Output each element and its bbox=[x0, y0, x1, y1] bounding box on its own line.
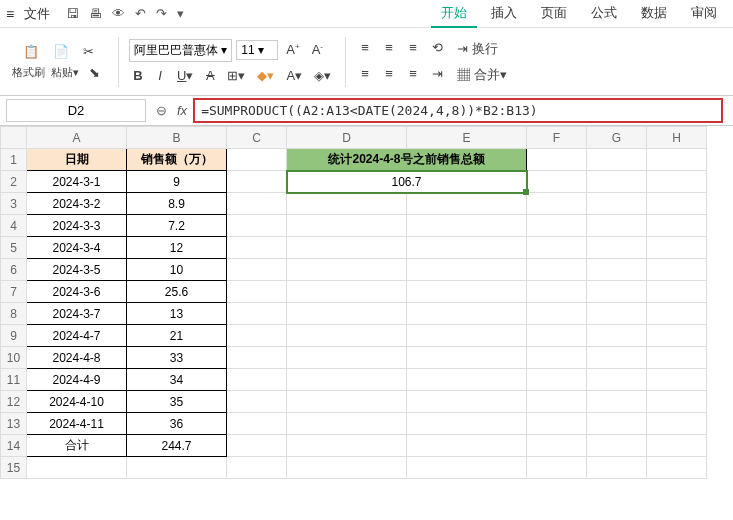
cell[interactable] bbox=[587, 303, 647, 325]
underline-icon[interactable]: U▾ bbox=[173, 66, 197, 85]
cell[interactable] bbox=[227, 413, 287, 435]
cell[interactable] bbox=[527, 391, 587, 413]
cell[interactable]: 21 bbox=[127, 325, 227, 347]
cell[interactable] bbox=[647, 193, 707, 215]
cell[interactable] bbox=[647, 457, 707, 479]
cell[interactable] bbox=[227, 347, 287, 369]
clipboard-launcher-icon[interactable]: ⬊ bbox=[85, 63, 104, 82]
align-middle-icon[interactable]: ≡ bbox=[380, 38, 398, 60]
cell[interactable] bbox=[647, 281, 707, 303]
cell[interactable] bbox=[407, 347, 527, 369]
cell[interactable] bbox=[527, 457, 587, 479]
cell[interactable] bbox=[647, 259, 707, 281]
qat-dropdown-icon[interactable]: ▾ bbox=[177, 6, 184, 21]
cell[interactable] bbox=[287, 347, 407, 369]
increase-font-icon[interactable]: A+ bbox=[282, 40, 303, 59]
cell[interactable]: 日期 bbox=[27, 149, 127, 171]
cell[interactable] bbox=[587, 457, 647, 479]
name-box[interactable] bbox=[6, 99, 146, 122]
cell[interactable] bbox=[527, 215, 587, 237]
tab-formula[interactable]: 公式 bbox=[581, 0, 627, 28]
cell[interactable] bbox=[287, 391, 407, 413]
row-header[interactable]: 9 bbox=[1, 325, 27, 347]
cell[interactable] bbox=[587, 259, 647, 281]
merge-button[interactable]: ▦ 合并▾ bbox=[453, 64, 511, 86]
tab-insert[interactable]: 插入 bbox=[481, 0, 527, 28]
cell[interactable] bbox=[287, 281, 407, 303]
cell[interactable] bbox=[587, 325, 647, 347]
row-header[interactable]: 4 bbox=[1, 215, 27, 237]
cell[interactable] bbox=[527, 369, 587, 391]
row-header[interactable]: 11 bbox=[1, 369, 27, 391]
cell[interactable] bbox=[227, 215, 287, 237]
cell[interactable]: 34 bbox=[127, 369, 227, 391]
row-header[interactable]: 1 bbox=[1, 149, 27, 171]
row-header[interactable]: 7 bbox=[1, 281, 27, 303]
cell[interactable] bbox=[527, 325, 587, 347]
cell[interactable]: 35 bbox=[127, 391, 227, 413]
cell[interactable] bbox=[527, 347, 587, 369]
cell[interactable] bbox=[527, 435, 587, 457]
cell[interactable] bbox=[227, 171, 287, 193]
font-name-select[interactable]: 阿里巴巴普惠体 ▾ bbox=[129, 39, 232, 62]
cell[interactable]: 10 bbox=[127, 259, 227, 281]
cell[interactable] bbox=[407, 369, 527, 391]
cell[interactable]: 9 bbox=[127, 171, 227, 193]
col-header[interactable]: C bbox=[227, 127, 287, 149]
cell[interactable]: 25.6 bbox=[127, 281, 227, 303]
cell[interactable]: 2024-3-1 bbox=[27, 171, 127, 193]
grid[interactable]: A B C D E F G H 1 日期 销售额（万） 统计2024-4-8号之… bbox=[0, 126, 707, 479]
save-icon[interactable]: 🖫 bbox=[66, 6, 79, 21]
cell[interactable]: 2024-3-6 bbox=[27, 281, 127, 303]
cell[interactable] bbox=[407, 391, 527, 413]
cell[interactable] bbox=[287, 413, 407, 435]
cell[interactable] bbox=[587, 215, 647, 237]
cell[interactable] bbox=[587, 391, 647, 413]
cell[interactable] bbox=[227, 193, 287, 215]
cell[interactable] bbox=[287, 215, 407, 237]
strike-icon[interactable]: A bbox=[201, 66, 219, 85]
cell[interactable] bbox=[227, 303, 287, 325]
decrease-font-icon[interactable]: A- bbox=[308, 40, 327, 59]
cell[interactable] bbox=[127, 457, 227, 479]
cell[interactable] bbox=[647, 325, 707, 347]
cell[interactable]: 2024-4-7 bbox=[27, 325, 127, 347]
row-header[interactable]: 8 bbox=[1, 303, 27, 325]
cell[interactable] bbox=[527, 413, 587, 435]
col-header[interactable]: D bbox=[287, 127, 407, 149]
wrap-text-button[interactable]: ⇥ 换行 bbox=[453, 38, 502, 60]
tab-start[interactable]: 开始 bbox=[431, 0, 477, 28]
cell[interactable] bbox=[527, 237, 587, 259]
cell[interactable] bbox=[587, 435, 647, 457]
cell[interactable] bbox=[527, 149, 587, 171]
cell[interactable] bbox=[587, 193, 647, 215]
active-cell[interactable]: 106.7 bbox=[287, 171, 527, 193]
copy-icon[interactable]: 📋 bbox=[19, 42, 43, 61]
cell[interactable] bbox=[647, 369, 707, 391]
cell[interactable]: 12 bbox=[127, 237, 227, 259]
indent-icon[interactable]: ⇥ bbox=[428, 64, 447, 86]
cell[interactable] bbox=[587, 369, 647, 391]
row-header[interactable]: 13 bbox=[1, 413, 27, 435]
undo-icon[interactable]: ↶ bbox=[135, 6, 146, 21]
cell[interactable]: 2024-4-10 bbox=[27, 391, 127, 413]
cell[interactable] bbox=[407, 325, 527, 347]
cell[interactable] bbox=[587, 171, 647, 193]
cell[interactable] bbox=[287, 193, 407, 215]
col-header[interactable]: A bbox=[27, 127, 127, 149]
cell[interactable]: 2024-4-8 bbox=[27, 347, 127, 369]
tab-review[interactable]: 审阅 bbox=[681, 0, 727, 28]
cell[interactable] bbox=[287, 259, 407, 281]
cell[interactable] bbox=[227, 259, 287, 281]
cell[interactable] bbox=[527, 259, 587, 281]
cell[interactable] bbox=[227, 391, 287, 413]
col-header[interactable]: F bbox=[527, 127, 587, 149]
cancel-formula-icon[interactable]: ⊖ bbox=[152, 103, 171, 118]
cell[interactable] bbox=[647, 391, 707, 413]
paste-icon[interactable]: 📄 bbox=[49, 42, 73, 61]
cell[interactable] bbox=[407, 237, 527, 259]
cell[interactable] bbox=[587, 413, 647, 435]
cell[interactable] bbox=[407, 193, 527, 215]
fill-color-icon[interactable]: ◆▾ bbox=[253, 66, 278, 85]
cell[interactable] bbox=[287, 435, 407, 457]
